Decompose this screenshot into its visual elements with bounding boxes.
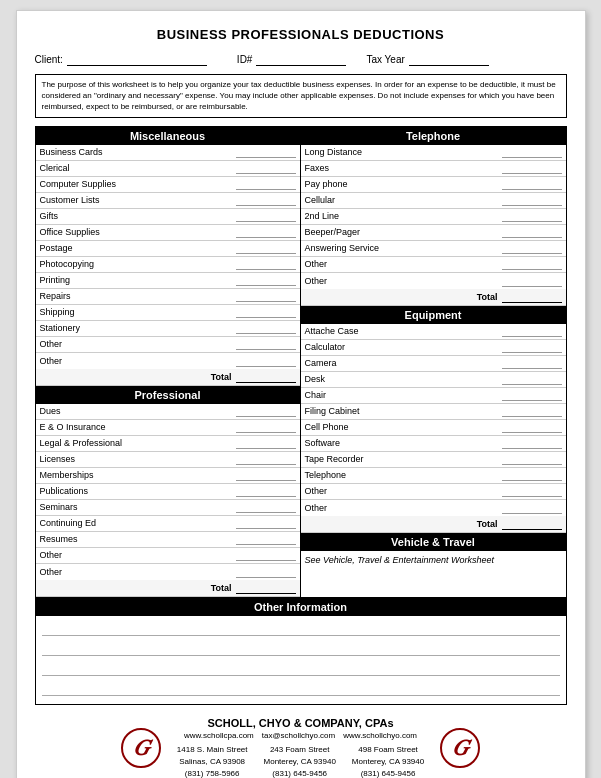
page: BUSINESS PROFESSIONALS DEDUCTIONS Client… [16,10,586,778]
list-item: Seminars [36,500,300,516]
list-item: Faxes [301,161,566,177]
list-item: Desk [301,372,566,388]
list-item: Tape Recorder [301,452,566,468]
professional-total: Total [36,580,300,597]
phone-2: (831) 645-9456 [264,768,336,778]
client-input[interactable] [67,52,207,66]
taxyear-label: Tax Year [366,54,404,65]
vehicle-text: See Vehicle, Travel & Entertainment Work… [301,551,566,569]
phone-3: (831) 645-9456 [352,768,424,778]
list-item: Resumes [36,532,300,548]
footer-urls: www.schollcpa.com tax@schollchyo.com www… [177,731,424,740]
miscellaneous-header: Miscellaneous [36,127,300,145]
list-item: Clerical [36,161,300,177]
vehicle-header: Vehicle & Travel [301,533,566,551]
taxyear-input[interactable] [409,52,489,66]
list-item: Office Supplies [36,225,300,241]
list-item: Computer Supplies [36,177,300,193]
main-grid: Miscellaneous Business Cards Clerical Co… [35,126,567,598]
list-item: Long Distance [301,145,566,161]
address-1: 1418 S. Main Street Salinas, CA 93908 (8… [177,744,248,778]
list-item: Repairs [36,289,300,305]
list-item: Continuing Ed [36,516,300,532]
list-item: Other [301,500,566,516]
equipment-rows: Attache Case Calculator Camera Desk Chai… [301,324,566,516]
left-column: Miscellaneous Business Cards Clerical Co… [36,127,301,597]
address-3: 498 Foam Street Monterey, CA 93940 (831)… [352,744,424,778]
list-item: Software [301,436,566,452]
professional-rows: Dues E & O Insurance Legal & Professiona… [36,404,300,580]
footer-center: SCHOLL, CHYO & COMPANY, CPAs www.schollc… [177,717,424,778]
list-item: Camera [301,356,566,372]
list-item: Pay phone [301,177,566,193]
other-info-line [42,680,560,696]
id-input[interactable] [256,52,346,66]
list-item: Other [301,273,566,289]
list-item: Other [36,564,300,580]
professional-header: Professional [36,386,300,404]
url-2: tax@schollchyo.com [262,731,335,740]
list-item: Other [36,337,300,353]
list-item: Other [36,548,300,564]
list-item: E & O Insurance [36,420,300,436]
list-item: Licenses [36,452,300,468]
other-info-section: Other Information [35,598,567,705]
list-item: Photocopying [36,257,300,273]
url-3: www.schollchyo.com [343,731,417,740]
list-item: Gifts [36,209,300,225]
other-info-header: Other Information [36,598,566,616]
list-item: Dues [36,404,300,420]
list-item: Chair [301,388,566,404]
list-item: Cell Phone [301,420,566,436]
disclaimer-text: The purpose of this worksheet is to help… [35,74,567,118]
list-item: Cellular [301,193,566,209]
other-info-line [42,620,560,636]
company-name: SCHOLL, CHYO & COMPANY, CPAs [177,717,424,729]
miscellaneous-rows: Business Cards Clerical Computer Supplie… [36,145,300,369]
id-field: ID# [237,52,347,66]
city-3: Monterey, CA 93940 [352,756,424,768]
phone-1: (831) 758-5966 [177,768,248,778]
street-1: 1418 S. Main Street [177,744,248,756]
list-item: Other [301,484,566,500]
street-2: 243 Foam Street [264,744,336,756]
list-item: Attache Case [301,324,566,340]
list-item: Other [301,257,566,273]
other-info-line [42,640,560,656]
header-fields: Client: ID# Tax Year [35,52,567,66]
other-info-lines [36,616,566,704]
telephone-total: Total [301,289,566,306]
list-item: Business Cards [36,145,300,161]
url-1: www.schollcpa.com [184,731,254,740]
footer-addresses: 1418 S. Main Street Salinas, CA 93908 (8… [177,744,424,778]
logo-left: 𝐺 [121,728,161,768]
footer: 𝐺 SCHOLL, CHYO & COMPANY, CPAs www.schol… [35,717,567,778]
list-item: Beeper/Pager [301,225,566,241]
taxyear-field: Tax Year [366,52,488,66]
address-2: 243 Foam Street Monterey, CA 93940 (831)… [264,744,336,778]
equipment-total: Total [301,516,566,533]
list-item: Printing [36,273,300,289]
list-item: Postage [36,241,300,257]
city-1: Salinas, CA 93908 [177,756,248,768]
client-label: Client: [35,54,63,65]
other-info-line [42,660,560,676]
street-3: 498 Foam Street [352,744,424,756]
city-2: Monterey, CA 93940 [264,756,336,768]
telephone-header: Telephone [301,127,566,145]
list-item: Publications [36,484,300,500]
id-label: ID# [237,54,253,65]
list-item: Filing Cabinet [301,404,566,420]
equipment-header: Equipment [301,306,566,324]
page-title: BUSINESS PROFESSIONALS DEDUCTIONS [35,27,567,42]
list-item: Memberships [36,468,300,484]
list-item: Shipping [36,305,300,321]
list-item: Legal & Professional [36,436,300,452]
list-item: Customer Lists [36,193,300,209]
list-item: Telephone [301,468,566,484]
client-field: Client: [35,52,207,66]
list-item: 2nd Line [301,209,566,225]
list-item: Calculator [301,340,566,356]
list-item: Answering Service [301,241,566,257]
right-column: Telephone Long Distance Faxes Pay phone … [301,127,566,597]
